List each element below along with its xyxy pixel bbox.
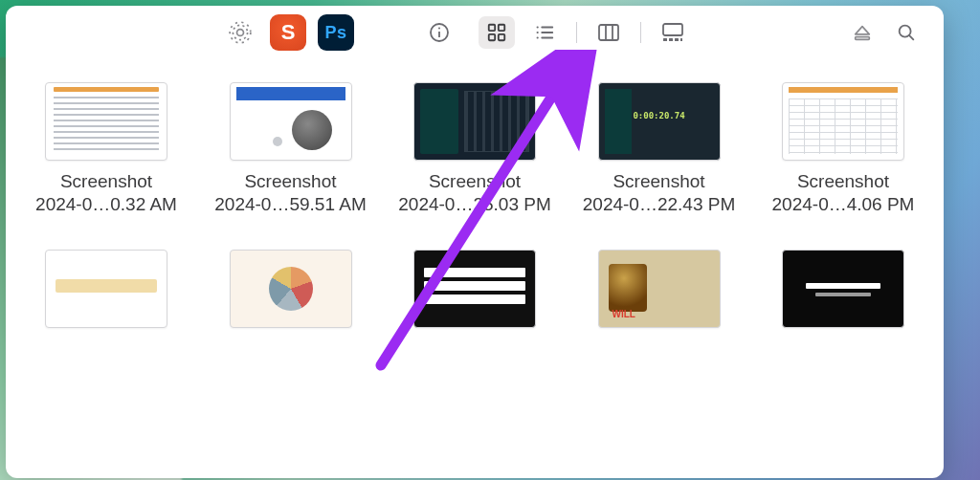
file-label: Screenshot 2024-0…25.03 PM bbox=[398, 170, 551, 217]
svg-rect-21 bbox=[669, 38, 673, 41]
desktop-background: S Ps bbox=[0, 0, 980, 480]
file-label: Screenshot 2024-0…22.43 PM bbox=[583, 170, 736, 217]
file-thumbnail bbox=[45, 82, 167, 161]
file-thumbnail bbox=[782, 250, 904, 328]
file-grid-area: Screenshot 2024-0…0.32 AM Screenshot 202… bbox=[6, 59, 944, 478]
svg-rect-24 bbox=[856, 37, 870, 40]
divider bbox=[576, 22, 577, 43]
file-item[interactable]: Screenshot 2024-0…0.32 AM bbox=[17, 82, 195, 217]
file-grid: Screenshot 2024-0…0.32 AM Screenshot 202… bbox=[17, 82, 932, 328]
toolbar-app-shortcuts: S Ps bbox=[222, 14, 354, 51]
file-label: Screenshot 2024-0…0.32 AM bbox=[35, 170, 177, 217]
file-thumbnail bbox=[413, 82, 536, 161]
svg-point-10 bbox=[537, 26, 539, 28]
svg-rect-19 bbox=[663, 24, 682, 35]
info-button[interactable] bbox=[421, 16, 457, 49]
svg-rect-22 bbox=[675, 38, 679, 41]
svg-rect-6 bbox=[489, 25, 495, 31]
gallery-view-button[interactable] bbox=[655, 16, 691, 49]
file-label: Screenshot 2024-0…4.06 PM bbox=[772, 170, 915, 217]
svg-point-1 bbox=[233, 25, 247, 39]
app-s-icon[interactable]: S bbox=[270, 14, 306, 51]
svg-point-14 bbox=[537, 36, 539, 38]
svg-point-12 bbox=[537, 32, 539, 33]
divider bbox=[640, 22, 641, 43]
file-thumbnail bbox=[598, 82, 721, 161]
file-item[interactable] bbox=[202, 250, 380, 328]
file-item[interactable]: Screenshot 2024-0…59.51 AM bbox=[202, 82, 380, 217]
file-thumbnail bbox=[230, 82, 352, 161]
svg-line-26 bbox=[909, 35, 913, 39]
photoshop-icon[interactable]: Ps bbox=[318, 14, 354, 51]
svg-point-0 bbox=[237, 30, 244, 36]
finder-window: S Ps bbox=[6, 6, 944, 478]
column-view-button[interactable] bbox=[590, 16, 627, 49]
file-item[interactable] bbox=[570, 250, 748, 328]
file-thumbnail bbox=[230, 250, 352, 328]
file-label: Screenshot 2024-0…59.51 AM bbox=[214, 170, 366, 217]
svg-rect-7 bbox=[499, 25, 504, 31]
toolbar: S Ps bbox=[6, 6, 944, 59]
file-thumbnail bbox=[598, 250, 721, 328]
svg-rect-20 bbox=[663, 38, 667, 41]
file-thumbnail bbox=[413, 250, 536, 328]
svg-rect-23 bbox=[680, 38, 682, 41]
svg-rect-8 bbox=[489, 34, 495, 40]
file-thumbnail bbox=[782, 82, 904, 161]
file-item[interactable]: Screenshot 2024-0…4.06 PM bbox=[754, 82, 932, 217]
svg-point-5 bbox=[438, 28, 440, 30]
file-item[interactable]: Screenshot 2024-0…22.43 PM bbox=[570, 82, 748, 217]
view-mode-group bbox=[479, 16, 691, 49]
file-thumbnail bbox=[45, 250, 167, 328]
svg-rect-16 bbox=[599, 25, 618, 40]
svg-rect-9 bbox=[499, 34, 504, 40]
file-item[interactable] bbox=[386, 250, 564, 328]
file-item[interactable] bbox=[17, 250, 195, 328]
airdrop-icon[interactable] bbox=[222, 16, 258, 49]
list-view-button[interactable] bbox=[526, 16, 563, 49]
icon-view-button[interactable] bbox=[479, 16, 515, 49]
file-item[interactable]: Screenshot 2024-0…25.03 PM bbox=[386, 82, 564, 217]
search-button[interactable] bbox=[888, 16, 924, 49]
file-item[interactable] bbox=[754, 250, 932, 328]
eject-button[interactable] bbox=[844, 16, 880, 49]
